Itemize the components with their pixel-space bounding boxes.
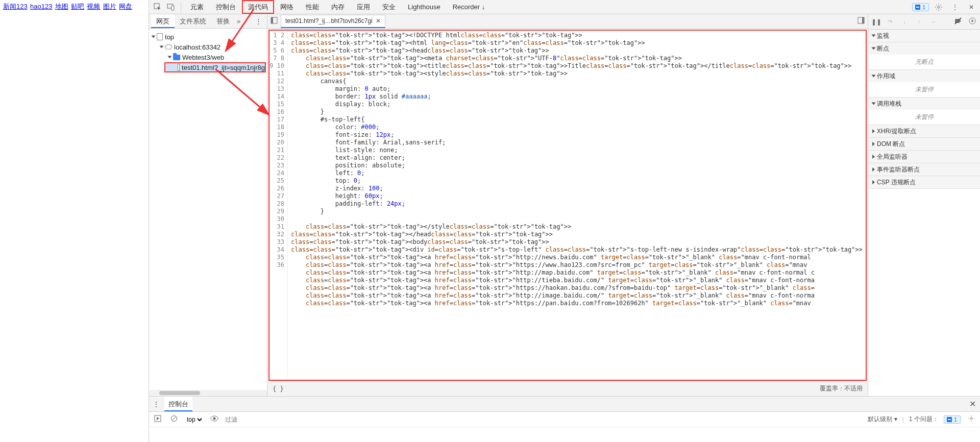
panel-breakpoints[interactable]: 断点	[868, 42, 980, 55]
tree-label: test01.html?_ijt=sqqm1njr8g	[182, 64, 265, 71]
pretty-print-icon[interactable]: { }	[273, 385, 284, 392]
clear-console-icon[interactable]	[168, 415, 180, 424]
file-icon	[178, 64, 180, 71]
tab-application[interactable]: 应用	[351, 0, 376, 14]
tab-elements[interactable]: 元素	[184, 0, 210, 14]
nav-menu-icon[interactable]: ⋮	[252, 17, 265, 25]
step-over-icon[interactable]: ↷	[886, 18, 895, 26]
live-expression-icon[interactable]	[209, 415, 220, 423]
panel-dom[interactable]: DOM 断点	[868, 138, 980, 150]
tree-scrollbar[interactable]	[149, 390, 267, 396]
tree-file-selected[interactable]: test01.html?_ijt=sqqm1njr8g	[164, 62, 266, 72]
step-into-icon[interactable]: ↓	[900, 18, 909, 26]
tab-network[interactable]: 网络	[274, 0, 300, 14]
console-gear-icon[interactable]	[966, 415, 977, 424]
nav-tab-more[interactable]: »	[237, 17, 240, 25]
device-toggle-icon[interactable]	[164, 1, 178, 14]
separator	[181, 3, 181, 12]
drawer-tab-console[interactable]: 控制台	[164, 397, 192, 411]
console-sidebar-icon[interactable]	[152, 415, 163, 424]
console-drawer: ⋮ 控制台 ✕ top 默认级别 ▾ | 1 个问题：	[149, 396, 980, 442]
panel-xhr[interactable]: XHR/提取断点	[868, 125, 980, 137]
toggle-nav-icon[interactable]	[271, 17, 278, 26]
panel-scope[interactable]: 作用域	[868, 70, 980, 82]
more-menu-icon[interactable]: ⋮	[948, 1, 962, 14]
log-level-select[interactable]: 默认级别 ▾	[868, 415, 897, 424]
panel-csp[interactable]: CSP 违规断点	[868, 176, 980, 188]
page-link[interactable]: 地图	[55, 3, 68, 10]
issues-chip[interactable]: 1	[912, 3, 929, 11]
panel-callstack[interactable]: 调用堆栈	[868, 97, 980, 110]
svg-rect-2	[172, 6, 174, 10]
sources-navigator: 网页 文件系统 替换 » ⋮ top localhost:6334	[149, 14, 267, 396]
devtools: 元素 控制台 源代码 网络 性能 内存 应用 安全 Lighthouse Rec…	[149, 0, 980, 442]
tree-label: top	[165, 33, 174, 41]
drawer-issues-chip[interactable]: 1	[944, 415, 961, 424]
svg-line-24	[172, 416, 176, 421]
panel-watch[interactable]: 监视	[868, 30, 980, 42]
line-gutter: 1 2 3 4 5 6 7 8 9 10 11 12 13 14 15 16 1…	[270, 31, 288, 380]
page-link[interactable]: 图片	[103, 3, 116, 10]
issues-count: 1	[922, 4, 925, 10]
code-editor[interactable]: 1 2 3 4 5 6 7 8 9 10 11 12 13 14 15 16 1…	[268, 30, 867, 381]
pause-exceptions-icon[interactable]	[968, 17, 977, 26]
svg-line-12	[936, 9, 937, 10]
svg-point-29	[970, 418, 972, 420]
scope-empty: 未暂停	[868, 82, 980, 97]
tab-lighthouse[interactable]: Lighthouse	[402, 0, 447, 14]
page-content: 新闻123 hao123 地图 贴吧 视频 图片 网盘	[0, 0, 149, 442]
step-out-icon[interactable]: ↑	[914, 18, 923, 26]
svg-point-5	[938, 6, 940, 8]
tab-security[interactable]: 安全	[376, 0, 402, 14]
tree-top[interactable]: top	[149, 32, 267, 42]
pause-icon[interactable]: ❚❚	[871, 18, 880, 26]
deactivate-bp-icon[interactable]	[953, 17, 963, 26]
tab-performance[interactable]: 性能	[300, 0, 325, 14]
nav-tab-overrides[interactable]: 替换	[211, 14, 235, 28]
inspect-icon[interactable]	[151, 1, 164, 14]
panel-event[interactable]: 事件监听器断点	[868, 163, 980, 176]
coverage-label: 覆盖率：不适用	[820, 384, 863, 393]
svg-marker-22	[157, 417, 159, 420]
gear-icon[interactable]	[932, 1, 945, 14]
nav-tab-page[interactable]: 网页	[151, 14, 175, 28]
page-link[interactable]: 新闻123	[3, 3, 28, 10]
svg-rect-17	[862, 17, 864, 23]
nav-tab-filesystem[interactable]: 文件系统	[175, 14, 211, 28]
panel-global[interactable]: 全局监听器	[868, 151, 980, 163]
drawer-tabs: ⋮ 控制台 ✕	[149, 397, 980, 412]
svg-line-10	[936, 5, 937, 6]
tab-console[interactable]: 控制台	[210, 0, 242, 14]
filter-input[interactable]	[225, 416, 327, 423]
page-link[interactable]: hao123	[30, 3, 52, 10]
context-select[interactable]: top	[185, 415, 204, 424]
drawer-menu-icon[interactable]: ⋮	[153, 401, 159, 408]
file-tree[interactable]: top localhost:63342 Webtest3/web	[149, 29, 267, 76]
cloud-icon	[165, 44, 172, 50]
tree-host[interactable]: localhost:63342	[149, 42, 267, 52]
editor-file-tab[interactable]: test01.html?_ij…bht7tovh26c7gi ✕	[281, 15, 385, 28]
tree-folder[interactable]: Webtest3/web	[149, 52, 267, 62]
show-nav-icon[interactable]	[857, 17, 865, 26]
page-link[interactable]: 贴吧	[71, 3, 84, 10]
tab-recorder[interactable]: Recorder ↓	[447, 0, 492, 14]
page-link[interactable]: 网盘	[119, 3, 132, 10]
code-content[interactable]: class=class="tok-str">"tok-tag"><!DOCTYP…	[288, 31, 866, 380]
expand-icon	[160, 46, 164, 48]
page-link[interactable]: 视频	[87, 3, 100, 10]
svg-point-26	[213, 418, 216, 420]
close-tab-icon[interactable]: ✕	[376, 15, 381, 27]
svg-line-11	[941, 9, 942, 10]
debugger-toolbar: ❚❚ ↷ ↓ ↑ →	[868, 14, 980, 30]
callstack-empty: 未暂停	[868, 110, 980, 125]
close-icon[interactable]: ✕	[965, 1, 978, 14]
tab-memory[interactable]: 内存	[325, 0, 351, 14]
tab-sources[interactable]: 源代码	[242, 0, 274, 14]
issues-text: 1 个问题：	[909, 415, 939, 424]
drawer-close-icon[interactable]: ✕	[969, 399, 976, 409]
debugger-sidebar: ❚❚ ↷ ↓ ↑ → 监视 断点 无断点	[868, 14, 980, 396]
step-icon[interactable]: →	[928, 18, 938, 26]
svg-rect-28	[948, 419, 951, 420]
console-toolbar: top 默认级别 ▾ | 1 个问题： 1	[149, 412, 980, 427]
file-tab-label: test01.html?_ij…bht7tovh26c7gi	[285, 15, 373, 27]
